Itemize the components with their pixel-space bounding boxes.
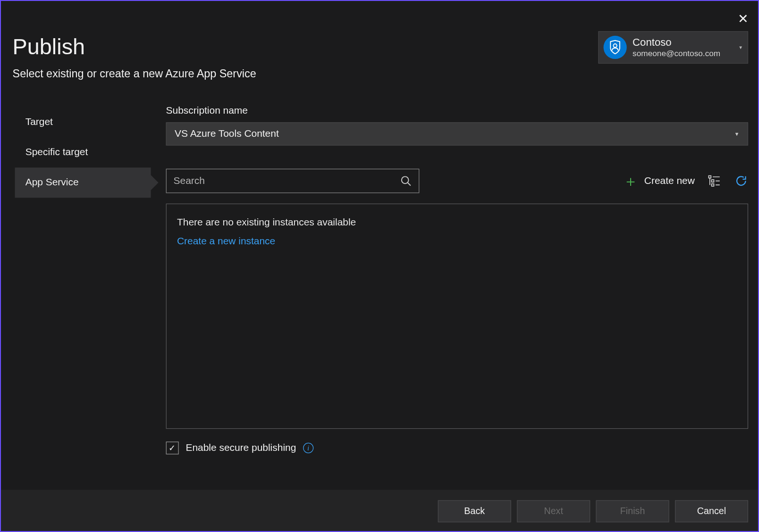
account-email: someone@contoso.com — [632, 49, 731, 58]
close-icon[interactable]: ✕ — [738, 13, 748, 25]
account-avatar-icon — [604, 36, 627, 59]
sidebar-item-app-service[interactable]: App Service — [15, 167, 151, 198]
svg-point-0 — [613, 44, 616, 47]
secure-publishing-checkbox[interactable]: ✓ — [166, 441, 179, 454]
main-content: Subscription name VS Azure Tools Content… — [166, 105, 748, 454]
svg-rect-3 — [708, 176, 711, 178]
sidebar-item-specific-target[interactable]: Specific target — [15, 137, 151, 167]
refresh-icon[interactable] — [734, 174, 749, 188]
cancel-button[interactable]: Cancel — [675, 500, 748, 523]
account-text: Contoso someone@contoso.com — [632, 36, 731, 58]
create-instance-link[interactable]: Create a new instance — [177, 235, 275, 246]
subscription-label: Subscription name — [166, 105, 748, 116]
account-name: Contoso — [632, 36, 731, 49]
create-new-label: Create new — [644, 175, 695, 187]
chevron-down-icon: ▼ — [734, 131, 740, 137]
next-button: Next — [517, 500, 590, 523]
search-input[interactable] — [174, 175, 400, 187]
svg-rect-8 — [712, 184, 714, 186]
secure-publishing-label: Enable secure publishing — [186, 442, 296, 454]
svg-point-1 — [402, 176, 409, 183]
sidebar-item-label: Target — [25, 116, 53, 127]
info-icon[interactable]: i — [303, 443, 313, 453]
dialog-footer: Back Next Finish Cancel — [1, 490, 759, 532]
back-button[interactable]: Back — [438, 500, 511, 523]
sidebar-item-target[interactable]: Target — [15, 107, 151, 137]
tree-view-icon[interactable] — [708, 174, 722, 188]
subscription-value: VS Azure Tools Content — [175, 128, 279, 140]
empty-state-message: There are no existing instances availabl… — [177, 217, 737, 229]
create-new-button[interactable]: ＋ Create new — [623, 174, 694, 189]
account-selector[interactable]: Contoso someone@contoso.com ▼ — [598, 31, 748, 64]
search-box[interactable] — [166, 169, 420, 193]
chevron-down-icon[interactable]: ▼ — [738, 45, 743, 50]
publish-dialog: ✕ Contoso someone@contoso.com ▼ Publish … — [1, 1, 759, 532]
sidebar-item-label: App Service — [25, 177, 79, 188]
svg-line-2 — [408, 183, 411, 186]
page-subtitle: Select existing or create a new Azure Ap… — [13, 68, 748, 81]
subscription-dropdown[interactable]: VS Azure Tools Content ▼ — [166, 122, 748, 145]
svg-rect-6 — [712, 180, 714, 182]
finish-button: Finish — [596, 500, 669, 523]
wizard-sidebar: Target Specific target App Service — [15, 105, 151, 454]
instances-panel: There are no existing instances availabl… — [166, 204, 748, 429]
search-icon[interactable] — [400, 175, 412, 187]
sidebar-item-label: Specific target — [25, 147, 88, 158]
plus-icon: ＋ — [623, 174, 638, 189]
